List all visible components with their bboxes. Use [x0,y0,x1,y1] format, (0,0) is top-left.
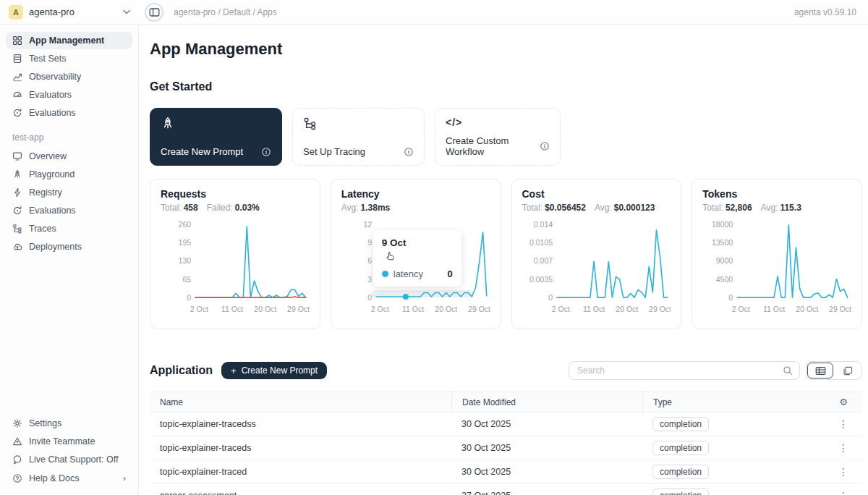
app-date-modified: 30 Oct 2025 [451,443,642,453]
sidebar-item-traces[interactable]: Traces [6,220,132,237]
trace-tree-icon [12,224,22,234]
requests-line-chart[interactable]: 0651301952602 Oct11 Oct20 Oct29 Oct [161,216,310,318]
card-view-icon [843,366,853,376]
table-view-icon [815,366,826,376]
create-custom-workflow-card[interactable]: </> Create Custom Workflow [435,108,561,166]
search-icon[interactable] [783,365,793,376]
search-box[interactable] [569,361,800,380]
monitor-icon [12,151,22,161]
sidebar-item-deployments[interactable]: Deployments [6,238,132,255]
svg-text:20 Oct: 20 Oct [796,305,819,313]
app-name[interactable]: topic-explainer-traceds [150,443,451,453]
sidebar-item-observability[interactable]: Observability [6,68,132,85]
card-label: Set Up Tracing [303,146,365,157]
svg-text:9: 9 [367,238,372,247]
create-new-prompt-card[interactable]: Create New Prompt [150,108,282,166]
sidebar-item-label: Evaluations [29,206,76,216]
info-icon[interactable] [261,147,271,157]
breadcrumb[interactable]: agenta-pro / Default / Apps [174,7,277,17]
sidebar-item-evaluations[interactable]: Evaluations [6,104,132,122]
column-header-type[interactable]: Type [642,392,825,412]
type-badge: completion [652,488,709,495]
sidebar-item-playground[interactable]: Playground [6,166,132,183]
app-name[interactable]: career-assessment [150,491,451,495]
workspace-name: agenta-pro [29,7,75,17]
search-input[interactable] [576,365,783,376]
info-icon[interactable] [404,147,414,157]
sidebar-footer: Settings Invite Teammate Live Chat Suppo… [6,415,132,488]
application-title: Application [150,364,213,377]
sidebar-item-help-docs[interactable]: Help & Docs › [6,469,132,487]
stat-total: Total:$0.056452 [522,203,586,213]
sidebar-item-label: App Management [29,35,104,46]
sidebar-item-settings[interactable]: Settings [6,415,132,432]
help-icon [12,473,22,483]
sidebar-item-overview[interactable]: Overview [6,148,132,165]
table-row[interactable]: career-assessment 27 Oct 2025 completion… [150,484,862,495]
sidebar-item-live-chat[interactable]: Live Chat Support: Off [6,451,132,468]
row-menu-kebab-icon[interactable]: ⋮ [838,419,848,429]
sidebar-item-project-evaluations[interactable]: Evaluations [6,202,132,219]
table-view-button[interactable] [807,363,833,378]
sidebar-item-registry[interactable]: Registry [6,184,132,201]
workspace-selector[interactable]: A agenta-pro [9,5,130,20]
svg-text:12: 12 [363,220,372,229]
sidebar-item-invite-teammate[interactable]: Invite Teammate [6,433,132,450]
sidebar-toggle-button[interactable] [145,3,163,22]
set-up-tracing-card[interactable]: Set Up Tracing [292,108,425,166]
create-new-prompt-button[interactable]: + Create New Prompt [221,362,327,379]
sidebar-item-test-sets[interactable]: Test Sets [6,50,132,67]
chevron-right-icon: › [123,473,126,483]
app-name[interactable]: topic-explainer-traced [150,467,451,477]
info-icon[interactable] [540,141,550,151]
table-row[interactable]: topic-explainer-tracedss 30 Oct 2025 com… [150,412,862,436]
chevron-down-icon [123,9,130,14]
table-row[interactable]: topic-explainer-traceds 30 Oct 2025 comp… [150,436,862,460]
app-date-modified: 30 Oct 2025 [451,419,642,429]
plus-icon: + [231,365,237,376]
rocket-icon [161,117,271,131]
table-row[interactable]: topic-explainer-traced 30 Oct 2025 compl… [150,460,862,484]
top-bar: A agenta-pro agenta-pro / Default / Apps… [0,0,868,25]
column-header-date-modified[interactable]: Date Modified [451,392,642,412]
sidebar-item-label: Overview [29,151,67,161]
row-menu-kebab-icon[interactable]: ⋮ [838,491,848,495]
sidebar-item-label: Observability [29,72,81,82]
column-header-name[interactable]: Name [150,392,451,412]
sidebar-item-label: Live Chat Support: Off [29,454,118,465]
svg-text:0.0105: 0.0105 [529,238,552,247]
type-badge: completion [652,465,709,479]
table-settings-gear-icon[interactable]: ⚙ [839,397,848,407]
app-name[interactable]: topic-explainer-tracedss [150,419,451,429]
panel-toggle-icon [149,7,160,17]
refresh-icon [12,108,22,118]
row-menu-kebab-icon[interactable]: ⋮ [838,467,848,477]
get-started-cards: Create New Prompt Set Up Tracing </> Cre… [150,108,862,166]
cost-chart-card: Cost Total:$0.056452 Avg:$0.000123 00.00… [511,179,682,329]
svg-text:0: 0 [367,293,372,302]
lightning-icon [12,187,22,198]
sidebar-item-evaluators[interactable]: Evaluators [6,86,132,103]
svg-text:20 Oct: 20 Oct [254,305,276,313]
sidebar-item-label: Evaluations [29,108,76,118]
svg-text:3: 3 [367,275,372,284]
cursor-hand-icon [385,250,396,261]
card-view-button[interactable] [835,363,861,378]
series-dot [382,271,388,277]
chart-title: Tokens [702,188,851,200]
card-label: Create Custom Workflow [446,135,540,157]
application-header: Application + Create New Prompt [150,361,862,380]
gauge-icon [12,90,22,100]
latency-chart-card: Latency Avg:1.38ms 0369122 Oct11 Oct20 O… [331,179,501,329]
tooltip-date: 9 Oct [382,237,453,248]
row-menu-kebab-icon[interactable]: ⋮ [838,443,848,453]
sidebar-item-label: Test Sets [29,54,66,64]
get-started-title: Get Started [150,80,862,93]
type-badge: completion [652,441,709,455]
sidebar-item-app-management[interactable]: App Management [6,32,132,49]
cost-line-chart[interactable]: 00.00350.0070.01050.0142 Oct11 Oct20 Oct… [522,216,671,318]
tokens-line-chart[interactable]: 04500900013500180002 Oct11 Oct20 Oct29 O… [702,216,851,318]
cloud-upload-icon [12,242,22,252]
chart-tooltip: 9 Oct latency 0 [373,230,461,287]
svg-text:0.007: 0.007 [533,256,552,265]
